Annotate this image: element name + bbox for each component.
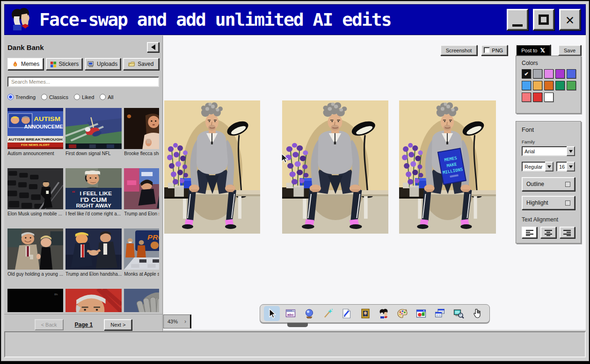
meme-thumb-old-guy[interactable]: Old guy holding a young ... <box>7 228 63 277</box>
dropdown-button[interactable] <box>545 162 554 171</box>
color-swatch[interactable] <box>544 93 554 102</box>
align-center-icon <box>544 229 553 236</box>
color-swatch[interactable] <box>533 81 542 90</box>
meme-thumb-first-down-nfl[interactable]: First down signal NFL <box>66 108 122 156</box>
svg-text:8h: 8h <box>54 293 58 296</box>
meme-thumb-autism-announcement[interactable]: AUTISM ANNOUNCEMENT AUTISM BREAKTHROUGH … <box>7 108 63 156</box>
color-swatch[interactable] <box>544 69 554 79</box>
color-swatches: ✔ <box>522 69 575 102</box>
color-swatch[interactable] <box>533 69 542 79</box>
magic-wand-icon <box>322 308 334 319</box>
tab-uploads[interactable]: Uploads <box>85 58 121 70</box>
meme-thumb-mourinho[interactable] <box>66 289 122 312</box>
maximize-button[interactable] <box>533 9 554 30</box>
color-swatch[interactable] <box>555 69 565 79</box>
alignment-label: Text Alignment <box>522 216 575 223</box>
palette-tool-button[interactable] <box>394 306 410 321</box>
maximize-icon <box>539 14 549 25</box>
png-toggle[interactable]: PNG <box>481 45 508 56</box>
canvas-image-1[interactable] <box>164 100 260 234</box>
next-button[interactable]: Next > <box>104 319 132 330</box>
save-button[interactable]: Save <box>558 45 581 56</box>
align-center-button[interactable] <box>540 227 556 238</box>
search-input[interactable] <box>7 77 159 87</box>
close-button[interactable]: ✕ <box>559 9 581 30</box>
font-size-select[interactable]: 16 <box>556 162 575 171</box>
tab-saved[interactable]: Saved <box>123 58 159 70</box>
draw-tool-button[interactable] <box>339 306 355 321</box>
align-right-button[interactable] <box>560 227 575 238</box>
page-indicator[interactable]: Page 1 <box>75 321 93 328</box>
face-swap-tool-button[interactable] <box>376 306 392 321</box>
color-swatch[interactable] <box>544 81 554 90</box>
meme-image: PRO <box>124 228 159 270</box>
color-swatch[interactable] <box>533 93 542 102</box>
color-swatch[interactable] <box>555 81 565 90</box>
color-swatch[interactable] <box>522 93 531 102</box>
text-tool-icon: abc <box>285 308 296 319</box>
highlight-checkbox[interactable] <box>565 200 570 206</box>
color-swatch[interactable] <box>567 81 576 90</box>
post-to-x-button[interactable]: Post to 𝕏 <box>516 44 551 56</box>
font-title: Font <box>522 126 575 133</box>
tab-uploads-label: Uploads <box>97 61 117 67</box>
color-swatch[interactable]: ✔ <box>522 69 531 79</box>
meme-thumb-elon-mobile[interactable]: Elon Musk using mobile ... <box>7 168 63 216</box>
filter-liked[interactable]: Liked <box>74 94 94 100</box>
outline-toggle[interactable]: Outline <box>522 177 575 191</box>
filter-classics-label: Classics <box>49 94 68 100</box>
text-tool-button[interactable]: abc <box>283 306 299 321</box>
meme-thumb-feel-like[interactable]: “ I FEEL LIKE I'D CUM RIGHT AWAY I feel … <box>66 168 122 216</box>
color-swatch[interactable] <box>567 69 576 79</box>
svg-text:AUTISM: AUTISM <box>34 115 60 122</box>
editor-canvas[interactable]: MEMES MAKE MILLIONS Screenshot PNG Post … <box>163 36 586 330</box>
tab-memes[interactable]: Memes <box>7 58 44 70</box>
font-family-select[interactable]: Arial <box>522 146 575 156</box>
meme-image: 8h <box>7 289 63 312</box>
meme-thumb-facepalm[interactable] <box>124 289 159 312</box>
meme-thumb-tweet[interactable]: 8h <box>7 289 63 312</box>
outline-checkbox[interactable] <box>565 182 570 187</box>
meme-caption: Brooke flecca shocked <box>124 151 159 156</box>
collapse-sidebar-button[interactable] <box>147 42 159 52</box>
color-swatch[interactable] <box>522 81 531 90</box>
align-left-button[interactable] <box>522 227 537 238</box>
meme-thumb-brooke-shocked[interactable]: Brooke flecca shocked <box>124 108 159 156</box>
font-weight-select[interactable]: Regular <box>522 162 554 171</box>
select-tool-button[interactable] <box>264 306 280 321</box>
meme-image <box>7 168 63 209</box>
filter-classics[interactable]: Classics <box>41 94 68 100</box>
canvas-image-3[interactable]: MEMES MAKE MILLIONS <box>399 100 496 234</box>
tab-stickers[interactable]: Stickers <box>46 58 82 70</box>
png-checkbox[interactable] <box>484 47 490 53</box>
tab-memes-label: Memes <box>21 61 39 67</box>
toolbar-grip[interactable] <box>287 323 308 327</box>
crystal-ball-tool-button[interactable] <box>301 306 317 321</box>
image-window-tool-button[interactable] <box>413 306 429 321</box>
meme-image <box>66 108 122 149</box>
frame-tool-button[interactable] <box>357 306 373 321</box>
meme-thumb-monks-apple[interactable]: PRO Monks at Apple store <box>124 228 159 277</box>
meme-thumb-trump-elon-sitting[interactable]: Trump and Elon sitting t... <box>124 168 159 216</box>
screenshot-button[interactable]: Screenshot <box>440 45 478 56</box>
hand-tool-button[interactable] <box>469 306 485 321</box>
highlight-toggle[interactable]: Highlight <box>522 196 575 210</box>
canvas-image-2[interactable] <box>282 100 388 234</box>
library-tabs: Memes Stickers Uploads Saved <box>7 58 159 70</box>
dropdown-button[interactable] <box>567 146 575 156</box>
magic-wand-tool-button[interactable] <box>320 306 336 321</box>
windows-cascade-tool-button[interactable] <box>432 306 448 321</box>
dropdown-button[interactable] <box>567 162 575 171</box>
filter-all-label: All <box>108 94 113 100</box>
radio-icon <box>100 94 106 100</box>
filter-trending[interactable]: Trending <box>7 94 36 100</box>
search-computer-tool-button[interactable] <box>451 306 466 321</box>
meme-caption: Old guy holding a young ... <box>7 271 63 277</box>
meme-caption: Elon Musk using mobile ... <box>7 211 63 216</box>
minimize-button[interactable] <box>507 9 528 30</box>
meme-thumb-trump-elon-handshake[interactable]: Trump and Elon handsha... <box>66 228 122 277</box>
filter-all[interactable]: All <box>100 94 113 100</box>
x-logo-icon: 𝕏 <box>540 47 545 54</box>
zoom-indicator[interactable]: 43% › <box>163 314 191 328</box>
back-button[interactable]: < Back <box>35 319 64 330</box>
